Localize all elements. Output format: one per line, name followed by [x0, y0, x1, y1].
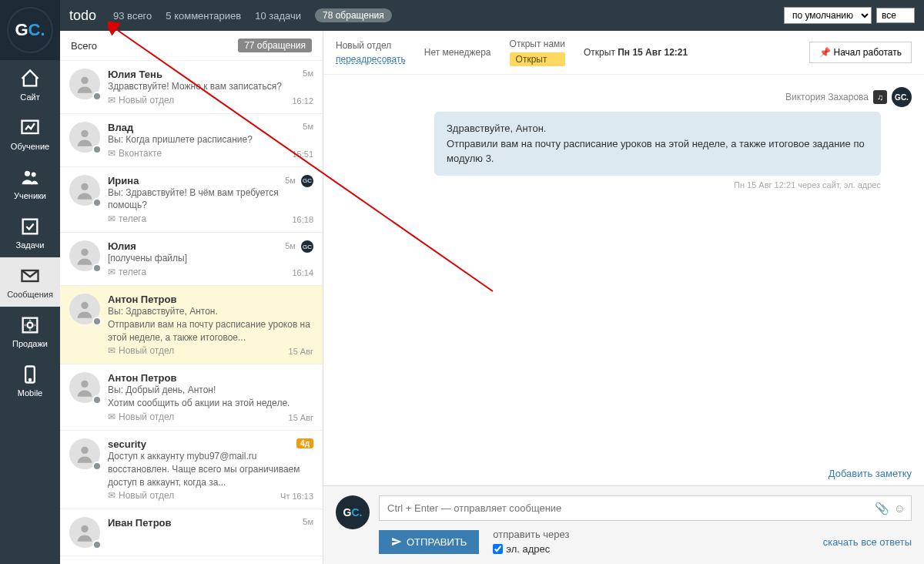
email-label: эл. адрес [506, 543, 550, 555]
list-header: Всего [71, 40, 97, 52]
nav-students[interactable]: Ученики [0, 159, 60, 208]
main-sidebar: GC. Сайт Обучение Ученики Задачи Сообщен… [0, 0, 60, 564]
conv-preview: Доступ к аккаунту mybu97@mail.ru восстан… [108, 450, 313, 488]
nav-messages[interactable]: Сообщения [0, 257, 60, 307]
chat-body: Виктория Захарова ♫ GC. Здравствуйте, Ан… [323, 75, 924, 462]
svg-point-12 [81, 249, 88, 256]
conv-source: ✉Вконтакте [108, 148, 313, 159]
download-answers-link[interactable]: скачать все ответы [823, 536, 912, 548]
start-work-button[interactable]: 📌 Начал работать [809, 42, 912, 63]
svg-point-9 [81, 77, 88, 84]
conv-name: Антон Петров [108, 294, 313, 305]
avatar [69, 122, 100, 153]
conv-time: Чт 16:13 [280, 492, 313, 501]
conversation-item[interactable]: security Доступ к аккаунту mybu97@mail.r… [60, 431, 323, 509]
envelope-icon: ✉ [108, 267, 116, 277]
svg-point-16 [81, 525, 88, 532]
conversation-item[interactable]: Влад Вы: Когда пришлете расписание? ✉Вко… [60, 114, 323, 167]
chat-pane: Новый отдел переадресовать Нет менеджера… [323, 31, 924, 564]
open-tag: Открыт [510, 52, 565, 66]
gc-mini-icon: GC [301, 175, 313, 187]
envelope-icon: ✉ [108, 213, 116, 224]
send-icon [391, 536, 402, 547]
conv-age: 5м [303, 517, 313, 526]
message-input[interactable] [379, 495, 912, 521]
svg-rect-3 [23, 220, 38, 234]
chat-header: Новый отдел переадресовать Нет менеджера… [323, 31, 924, 75]
avatar [69, 69, 100, 99]
conv-name: Юлия [108, 240, 313, 252]
chart-icon [19, 117, 41, 139]
tab-total[interactable]: 93 всего [113, 10, 152, 22]
conv-time: 16:14 [292, 268, 313, 277]
avatar [69, 517, 100, 548]
avatar [69, 240, 100, 271]
emoji-icon[interactable]: ☺ [894, 502, 906, 515]
envelope-icon: ✉ [108, 148, 116, 159]
conversation-item[interactable]: Антон Петров Вы: Добрый день, Антон! Хот… [60, 364, 323, 431]
nav-tasks[interactable]: Задачи [0, 208, 60, 257]
conv-age: 5м [303, 122, 313, 131]
envelope-icon: ✉ [108, 345, 116, 356]
conv-preview: Здравствуйте! Можно к вам записаться? [108, 80, 313, 93]
topbar: todo 93 всего 5 комментариев 10 задачи 7… [60, 0, 924, 31]
attach-icon[interactable]: 📎 [875, 502, 889, 515]
conv-age: 5м GC [285, 175, 313, 187]
conv-source: ✉телега [108, 267, 313, 277]
dept-label: Новый отдел [336, 40, 406, 51]
conversation-item[interactable]: Иван Петров 5м [60, 509, 323, 556]
tab-tasks[interactable]: 10 задачи [255, 10, 301, 22]
conv-name: security [108, 438, 313, 450]
conv-time: 16:12 [292, 96, 313, 106]
music-icon: ♫ [873, 90, 887, 104]
home-icon [19, 68, 41, 89]
nav-site[interactable]: Сайт [0, 60, 60, 109]
opened-by-label: Открыт нами [510, 39, 565, 49]
svg-point-15 [81, 447, 88, 454]
envelope-icon: ✉ [108, 95, 116, 106]
conv-name: Иван Петров [108, 517, 313, 529]
conversation-item[interactable]: Ирина Вы: Здравствуйте! В чём вам требуе… [60, 167, 323, 233]
envelope-icon [19, 265, 41, 287]
filter-input[interactable] [876, 8, 915, 23]
add-note-link[interactable]: Добавить заметку [323, 462, 924, 485]
open-status: Открыт Пн 15 Авг 12:21 [584, 47, 688, 58]
gear-icon [19, 314, 41, 336]
conv-source: ✉телега [108, 213, 313, 224]
avatar [69, 438, 100, 469]
conv-source: ✉Новый отдел [108, 411, 313, 422]
forward-link[interactable]: переадресовать [336, 54, 406, 65]
sort-select[interactable]: по умолчанию [784, 7, 872, 24]
no-manager-label: Нет менеджера [424, 47, 491, 58]
conv-time: 16:18 [292, 215, 313, 224]
message-time: Пн 15 Авг 12:21 через сайт, эл. адрес [336, 180, 881, 190]
list-count: 77 обращения [238, 39, 312, 52]
logo[interactable]: GC. [0, 0, 60, 60]
mobile-icon [19, 364, 41, 385]
nav-learning[interactable]: Обучение [0, 109, 60, 159]
conv-source: ✉Новый отдел [108, 345, 313, 356]
send-via-label: отправить через [493, 529, 569, 540]
message-bubble: Здравствуйте, Антон. Отправили вам на по… [434, 112, 881, 176]
gc-badge-icon: GC. [892, 87, 912, 107]
conv-name: Ирина [108, 175, 313, 186]
conversation-item[interactable]: Юлия [получены файлы] ✉телега 5м GC 16:1… [60, 233, 323, 286]
author-name: Виктория Захарова [785, 92, 869, 102]
tab-comments[interactable]: 5 комментариев [166, 10, 241, 22]
check-icon [19, 216, 41, 237]
tab-refs[interactable]: 78 обращения [315, 8, 392, 22]
conv-age: 5м [303, 69, 313, 78]
nav-mobile[interactable]: Mobile [0, 356, 60, 405]
email-checkbox[interactable] [493, 544, 503, 554]
conv-age: 5м GC [285, 240, 313, 253]
conversation-item[interactable]: Юлия Тень Здравствуйте! Можно к вам запи… [60, 61, 323, 114]
conv-source: ✉Новый отдел [108, 95, 313, 106]
nav-sales[interactable]: Продажи [0, 307, 60, 356]
envelope-icon: ✉ [108, 411, 116, 422]
conversation-item[interactable]: Антон Петров Вы: Здравствуйте, Антон. От… [60, 286, 323, 364]
send-button[interactable]: ОТПРАВИТЬ [379, 530, 479, 554]
svg-point-11 [81, 183, 88, 190]
conv-name: Антон Петров [108, 372, 313, 384]
conv-preview: Вы: Когда пришлете расписание? [108, 133, 313, 146]
tab-todo[interactable]: todo [69, 8, 96, 24]
